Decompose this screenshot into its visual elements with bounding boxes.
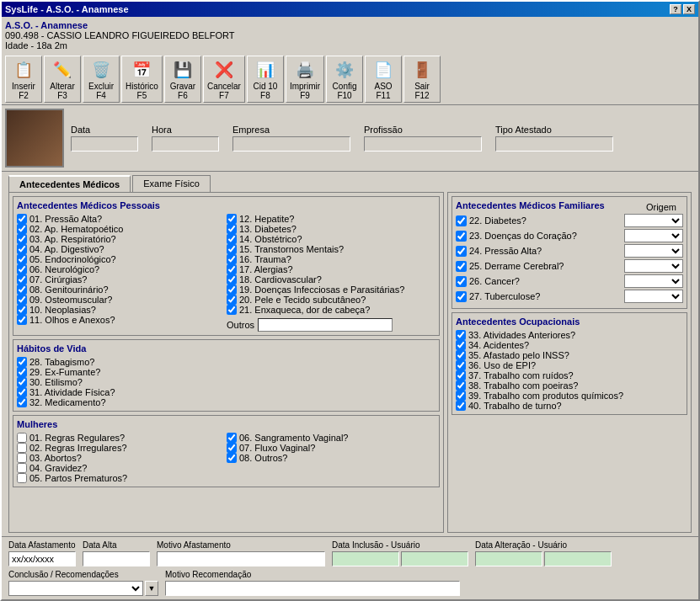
data-afastamento-input[interactable] [8,551,76,566]
inserir-button[interactable]: 📋 InserirF2 [5,56,42,103]
checkbox-21[interactable] [227,305,237,315]
data-alteracao-user-input[interactable] [544,551,612,566]
cancelar-button[interactable]: ❌ CancelarF7 [203,56,245,103]
alterar-button[interactable]: ✏️ AlterarF3 [44,56,81,103]
checkbox-40[interactable] [456,401,466,411]
profissao-input[interactable] [364,136,482,152]
tipo-atestado-input[interactable] [495,136,613,152]
help-button[interactable]: ? [670,4,681,14]
data-alta-input[interactable] [83,551,150,566]
origem-select-25[interactable] [624,259,683,273]
origem-select-22[interactable] [624,214,683,227]
data-inclusao-date-input[interactable] [332,551,399,566]
list-item: 02. Regras Irregulares? [17,443,226,453]
historico-button[interactable]: 📅 HistóricoF5 [121,56,163,103]
checkbox-03[interactable] [17,234,27,244]
historico-icon: 📅 [130,58,153,82]
checkbox-06[interactable] [17,264,27,274]
window-title: SysLife - A.S.O. - Anamnese [5,4,129,14]
checkbox-m07[interactable] [227,443,237,453]
checkbox-24[interactable] [456,246,467,257]
checkbox-05[interactable] [17,254,27,264]
aso-button[interactable]: 📄 ASOF11 [365,56,402,103]
hora-input[interactable] [152,136,219,152]
data-inclusao-user-input[interactable] [401,551,468,566]
origem-select-27[interactable] [624,290,683,303]
checkbox-15[interactable] [227,244,237,254]
gravar-button[interactable]: 💾 GravarF6 [164,56,201,103]
checkbox-m08[interactable] [227,453,237,463]
list-item: 39. Trabalho com produtos químicos? [456,391,683,401]
checkbox-33[interactable] [456,330,466,340]
checkbox-16[interactable] [227,254,237,264]
origem-select-24[interactable] [624,244,683,258]
checkbox-22[interactable] [456,215,467,226]
sair-button[interactable]: 🚪 SairF12 [403,56,441,103]
checkbox-08[interactable] [17,285,27,295]
checkbox-34[interactable] [456,340,466,350]
checkbox-20[interactable] [227,295,237,305]
checkbox-m02[interactable] [17,443,27,453]
conclusao-arrow-button[interactable]: ▼ [145,581,158,596]
empresa-field-group: Empresa [232,125,350,152]
motivo-recomendacao-label: Motivo Recomendação [165,570,460,579]
checkbox-m01[interactable] [17,433,27,443]
list-item: 19. Doenças Infecciosas e Parasitárias? [227,285,435,295]
list-item: 24. Pressão Alta? [456,244,683,258]
checkbox-14[interactable] [227,234,237,244]
checkbox-04[interactable] [17,244,27,254]
antecedentes-pessoais-title: Antecedentes Médicos Pessoais [17,200,435,210]
checkbox-12[interactable] [227,214,237,224]
checkbox-18[interactable] [227,274,237,285]
checkbox-23[interactable] [456,231,467,242]
checkbox-29[interactable] [17,367,27,377]
excluir-button[interactable]: 🗑️ ExcluirF4 [83,56,120,103]
config-button[interactable]: ⚙️ ConfigF10 [326,56,363,103]
checkbox-m04[interactable] [17,463,27,473]
outros-input[interactable] [258,318,393,332]
checkbox-25[interactable] [456,261,467,272]
imprimir-button[interactable]: 🖨️ ImprimirF9 [286,56,324,103]
checkbox-32[interactable] [17,397,27,407]
data-alteracao-date-input[interactable] [475,551,542,566]
checkbox-19[interactable] [227,285,237,295]
conclusao-dropdown: ▼ [8,581,158,596]
checkbox-13[interactable] [227,224,237,234]
tab-antecedentes-medicos[interactable]: Antecedentes Médicos [8,175,131,192]
cid10-button[interactable]: 📊 Cid 10F8 [247,56,284,103]
checkbox-26[interactable] [456,276,467,287]
conclusao-select[interactable] [8,581,143,596]
checkbox-m05[interactable] [17,473,27,483]
gravar-icon: 💾 [171,58,195,82]
checkbox-01[interactable] [17,214,27,224]
motivo-afastamento-input[interactable] [157,551,325,566]
checkbox-m06[interactable] [227,433,237,443]
checkbox-38[interactable] [456,380,466,391]
checkbox-30[interactable] [17,377,27,387]
checkbox-17[interactable] [227,264,237,274]
checkbox-37[interactable] [456,370,466,380]
data-input[interactable] [71,136,138,152]
checkbox-28[interactable] [17,357,27,367]
col1: 01. Pressão Alta? 02. Ap. Hematopoético … [17,214,226,332]
origem-select-23[interactable] [624,229,683,242]
checkbox-11[interactable] [17,315,27,325]
checkbox-35[interactable] [456,350,466,360]
origem-select-26[interactable] [624,274,683,288]
checkbox-39[interactable] [456,391,466,401]
empresa-input[interactable] [232,136,350,152]
checkbox-10[interactable] [17,305,27,315]
checkbox-m03[interactable] [17,453,27,463]
checkbox-07[interactable] [17,274,27,285]
motivo-recomendacao-input[interactable] [165,581,460,596]
list-item: 35. Afastado pelo INSS? [456,350,683,360]
close-button[interactable]: X [683,4,695,14]
data-afastamento-label: Data Afastamento [8,540,76,550]
checkbox-27[interactable] [456,291,467,302]
list-item: 22. Diabetes? [456,214,683,227]
checkbox-31[interactable] [17,387,27,397]
checkbox-36[interactable] [456,360,466,370]
checkbox-09[interactable] [17,295,27,305]
checkbox-02[interactable] [17,224,27,234]
tab-exame-fisico[interactable]: Exame Físico [132,175,211,192]
